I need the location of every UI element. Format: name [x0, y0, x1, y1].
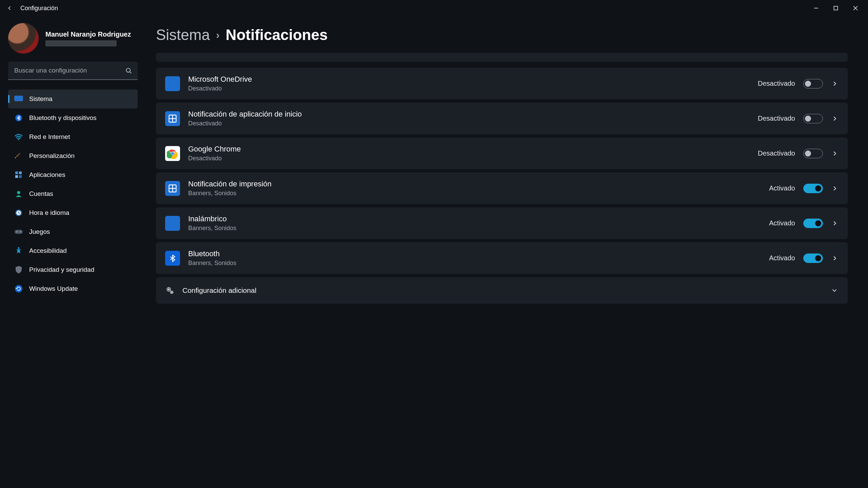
nav-label: Juegos [29, 228, 50, 236]
nav-accesibilidad[interactable]: Accesibilidad [8, 241, 138, 260]
chevron-right-icon[interactable] [831, 255, 839, 262]
toggle-switch[interactable] [803, 253, 823, 263]
svg-point-20 [15, 285, 22, 292]
toggle-state-label: Activado [769, 254, 795, 262]
app-info: BluetoothBanners, Sonidos [188, 249, 761, 267]
nav-juegos[interactable]: Juegos [8, 222, 138, 241]
nav-bluetooth[interactable]: Bluetooth y dispositivos [8, 108, 138, 127]
chevron-right-icon[interactable] [831, 80, 839, 87]
app-name: Google Chrome [188, 145, 750, 154]
toggle-switch[interactable] [803, 184, 823, 193]
maximize-button[interactable] [826, 1, 846, 15]
user-name: Manuel Naranjo Rodriguez [45, 30, 131, 38]
app-name: Notificación de impresión [188, 180, 761, 188]
additional-settings-label: Configuración adicional [182, 286, 823, 294]
svg-rect-11 [15, 175, 18, 178]
minimize-button[interactable] [806, 1, 826, 15]
titlebar: Configuración [0, 0, 868, 16]
app-notification-row[interactable]: BluetoothBanners, SonidosActivado [156, 242, 848, 274]
svg-rect-4 [15, 96, 23, 101]
arrow-left-icon [6, 5, 13, 12]
nav-aplicaciones[interactable]: Aplicaciones [8, 165, 138, 184]
nav-label: Privacidad y seguridad [29, 266, 94, 273]
svg-point-18 [20, 231, 21, 232]
minimize-icon [814, 6, 818, 11]
app-sub: Desactivado [188, 120, 750, 127]
toggle-state-label: Desactivado [758, 80, 795, 87]
onedrive-icon [165, 76, 180, 91]
nav-label: Cuentas [29, 190, 53, 198]
svg-point-17 [16, 231, 18, 232]
nav-personalizacion[interactable]: Personalización [8, 146, 138, 165]
app-sub: Banners, Sonidos [188, 225, 761, 232]
nav-sistema[interactable]: Sistema [8, 89, 138, 108]
svg-point-27 [171, 152, 174, 155]
svg-point-7 [18, 139, 19, 140]
breadcrumb: Sistema › Notificaciones [156, 26, 848, 43]
toggle-switch[interactable] [803, 79, 823, 88]
toggle-switch[interactable] [803, 114, 823, 123]
nav-hora[interactable]: Hora e idioma [8, 203, 138, 222]
additional-settings[interactable]: Configuración adicional [156, 277, 848, 304]
partial-card-top[interactable] [156, 53, 848, 62]
nav-label: Bluetooth y dispositivos [29, 114, 97, 122]
toggle-state-label: Activado [769, 219, 795, 227]
svg-rect-8 [17, 152, 20, 156]
app-notification-row[interactable]: Google ChromeDesactivadoDesactivado [156, 138, 848, 169]
wifi-icon [14, 133, 23, 141]
svg-point-32 [168, 289, 170, 290]
app-notification-row[interactable]: Notificación de aplicación de inicioDesa… [156, 103, 848, 134]
svg-line-3 [130, 72, 132, 74]
app-info: Google ChromeDesactivado [188, 145, 750, 162]
back-button[interactable] [3, 1, 16, 15]
close-icon [853, 6, 858, 11]
svg-rect-16 [15, 230, 23, 234]
gamepad-icon [14, 227, 23, 236]
app-name: Microsoft OneDrive [188, 75, 750, 84]
user-block[interactable]: Manuel Naranjo Rodriguez [8, 23, 138, 54]
app-sub: Desactivado [188, 85, 750, 92]
sidebar: Manuel Naranjo Rodriguez Sistema Bluetoo… [0, 16, 146, 488]
app-info: Notificación de impresiónBanners, Sonido… [188, 180, 761, 197]
nav-label: Accesibilidad [29, 247, 67, 255]
svg-point-19 [18, 247, 20, 249]
app-sub: Banners, Sonidos [188, 260, 761, 267]
app-notification-row[interactable]: Notificación de impresiónBanners, Sonido… [156, 172, 848, 204]
content-area: Sistema › Notificaciones Microsoft OneDr… [146, 16, 868, 488]
chevron-right-icon[interactable] [831, 115, 839, 122]
nav-label: Windows Update [29, 285, 78, 292]
app-notification-row[interactable]: Microsoft OneDriveDesactivadoDesactivado [156, 68, 848, 99]
breadcrumb-parent[interactable]: Sistema [156, 26, 210, 43]
close-button[interactable] [846, 1, 865, 15]
nav-update[interactable]: Windows Update [8, 279, 138, 298]
nav-cuentas[interactable]: Cuentas [8, 184, 138, 203]
search-box[interactable] [8, 62, 138, 80]
tile-icon [165, 181, 180, 196]
nav-privacidad[interactable]: Privacidad y seguridad [8, 260, 138, 279]
nav-red[interactable]: Red e Internet [8, 127, 138, 146]
gear-icon [165, 286, 175, 295]
accessibility-icon [14, 246, 23, 255]
chrome-icon [165, 146, 180, 161]
search-input[interactable] [8, 62, 138, 80]
svg-rect-12 [19, 175, 22, 178]
chevron-right-icon[interactable] [831, 220, 839, 227]
nav-label: Hora e idioma [29, 209, 69, 217]
breadcrumb-current: Notificaciones [226, 26, 328, 43]
toggle-switch[interactable] [803, 149, 823, 158]
tile-icon [165, 111, 180, 126]
chevron-right-icon[interactable] [831, 150, 839, 157]
svg-rect-1 [834, 6, 838, 10]
chevron-right-icon[interactable] [831, 185, 839, 192]
bluetooth-icon [14, 114, 23, 122]
app-notification-row[interactable]: InalámbricoBanners, SonidosActivado [156, 207, 848, 239]
app-name: Inalámbrico [188, 215, 761, 223]
toggle-switch[interactable] [803, 219, 823, 228]
app-name: Notificación de aplicación de inicio [188, 110, 750, 119]
app-sub: Banners, Sonidos [188, 190, 761, 197]
window-controls [806, 1, 865, 15]
app-name: Bluetooth [188, 249, 761, 258]
svg-rect-9 [15, 171, 18, 174]
toggle-state-label: Desactivado [758, 115, 795, 122]
toggle-state-label: Activado [769, 184, 795, 192]
